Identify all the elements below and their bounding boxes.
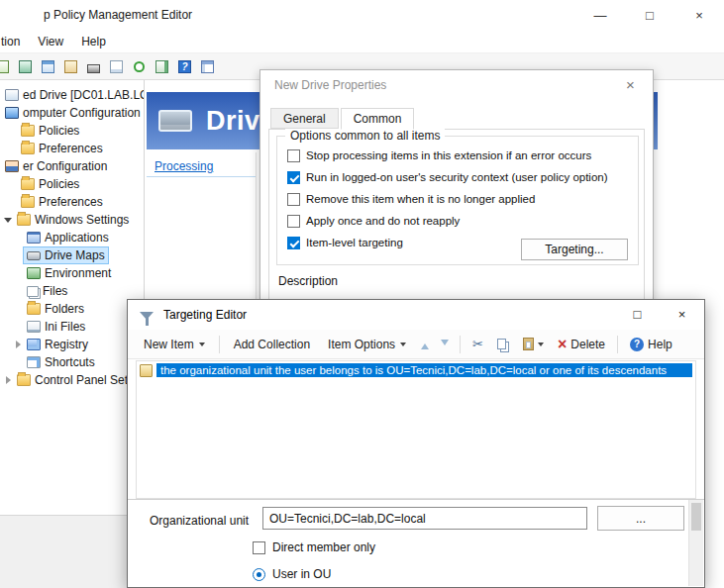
option-row-1[interactable]: Run in logged-on user's security context…: [287, 166, 628, 188]
tree-item-15-shortcuts[interactable]: Shortcuts: [0, 353, 144, 371]
window-maximize-button[interactable]: □: [625, 0, 674, 30]
new-drive-properties-dialog: New Drive Properties × GeneralCommon Opt…: [259, 69, 654, 300]
menu-bar: tionViewHelp: [0, 30, 724, 53]
tree-item-3-preferences[interactable]: Preferences: [0, 140, 144, 157]
export-icon[interactable]: [153, 57, 171, 75]
tree-item-2-policies[interactable]: Policies: [0, 122, 144, 140]
targeting-item-row[interactable]: the organizational unit the user belongs…: [137, 361, 695, 379]
arrow-spacer: [12, 321, 24, 333]
arrow-spacer: [12, 356, 24, 368]
tree-item-10-environment[interactable]: Environment: [0, 264, 144, 282]
browse-button[interactable]: ...: [597, 506, 684, 531]
window-minimize-button[interactable]: —: [575, 0, 625, 30]
move-up-button[interactable]: [416, 336, 434, 353]
close-icon[interactable]: ×: [660, 300, 704, 329]
column-underline: [147, 176, 256, 177]
refresh-icon[interactable]: [130, 57, 149, 75]
option-row-3[interactable]: Apply once and do not reapply: [287, 210, 628, 232]
menu-item-tion[interactable]: tion: [0, 30, 29, 52]
tree-item-5-policies[interactable]: Policies: [0, 175, 144, 193]
show-window-icon[interactable]: [16, 57, 35, 75]
targeting-item-text: the organizational unit the user belongs…: [156, 363, 692, 377]
tree-item-1-omputer-configuration[interactable]: omputer Configuration: [0, 104, 144, 122]
expanded-arrow-icon[interactable]: [2, 214, 14, 226]
checkbox-checked-icon[interactable]: [287, 171, 300, 184]
clipboard-icon[interactable]: [61, 57, 80, 75]
tree-item-13-ini-files[interactable]: Ini Files: [0, 318, 144, 336]
paste-icon: [523, 338, 534, 350]
drive-icon: [27, 251, 41, 260]
processing-link[interactable]: Processing: [155, 159, 213, 173]
window-title: p Policy Management Editor: [44, 8, 192, 22]
tree-item-0-ed-drive-dc01-lab-loca[interactable]: ed Drive [DC01.LAB.LOCA: [0, 86, 144, 104]
policy-icon: [5, 89, 19, 101]
radio-selected-icon[interactable]: [253, 568, 265, 581]
user-in-ou-radio-row[interactable]: User in OU: [253, 567, 331, 581]
tree-item-12-folders[interactable]: Folders: [0, 300, 144, 318]
help-icon[interactable]: [175, 57, 194, 75]
cut-button[interactable]: ✂: [466, 334, 489, 354]
export-list-icon[interactable]: [0, 57, 12, 75]
option-row-0[interactable]: Stop processing items in this extension …: [287, 145, 628, 166]
groupbox-label: Options common to all items: [285, 129, 445, 143]
computer-icon: [5, 107, 19, 119]
scissors-icon: ✂: [472, 338, 483, 350]
tab-general[interactable]: General: [270, 108, 339, 129]
arrow-up-icon: [421, 340, 429, 349]
scrollbar-thumb[interactable]: [691, 503, 701, 531]
tree-item-9-drive-maps[interactable]: Drive Maps: [0, 246, 144, 264]
organizational-unit-input[interactable]: [262, 507, 587, 530]
checkbox-icon[interactable]: [287, 215, 300, 228]
print-icon[interactable]: [84, 57, 103, 75]
option-label-2: Remove this item when it is no longer ap…: [306, 193, 535, 205]
option-row-2[interactable]: Remove this item when it is no longer ap…: [287, 188, 628, 210]
tree-item-14-registry[interactable]: Registry: [0, 336, 144, 353]
scrollbar[interactable]: [688, 500, 703, 586]
tab-common[interactable]: Common: [341, 108, 415, 130]
help-icon: ?: [630, 338, 644, 351]
copy-button[interactable]: [491, 335, 515, 353]
menu-item-help[interactable]: Help: [72, 30, 115, 52]
folder-icon: [21, 143, 35, 154]
targeting-button[interactable]: Targeting...: [521, 239, 628, 260]
app-icon: [27, 232, 41, 244]
collapsed-arrow-icon[interactable]: [2, 374, 14, 386]
tree-item-11-files[interactable]: Files: [0, 282, 144, 300]
add-collection-button[interactable]: Add Collection: [226, 334, 318, 355]
close-icon[interactable]: ×: [608, 70, 653, 99]
description-label: Description: [278, 274, 338, 288]
toolbar-separator: [219, 336, 220, 353]
window-close-button[interactable]: ×: [674, 0, 724, 30]
targeting-window-controls: □ ×: [615, 300, 704, 329]
column-divider: [256, 152, 257, 299]
folder-icon: [21, 125, 35, 137]
checkbox-icon[interactable]: [287, 149, 300, 162]
direct-member-checkbox-row[interactable]: Direct member only: [253, 540, 375, 554]
checkbox-icon[interactable]: [287, 193, 300, 206]
tree-item-6-preferences[interactable]: Preferences: [0, 193, 144, 211]
checkbox-checked-icon[interactable]: [287, 237, 300, 249]
tree-item-8-applications[interactable]: Applications: [0, 229, 144, 246]
tree-item-7-windows-settings[interactable]: Windows Settings: [0, 211, 144, 229]
console-tree-icon[interactable]: [39, 57, 57, 75]
menu-item-view[interactable]: View: [29, 30, 72, 52]
new-item-label: New Item: [144, 338, 194, 351]
checkbox-icon[interactable]: [253, 541, 265, 554]
help-button[interactable]: ? Help: [624, 334, 678, 355]
properties-icon[interactable]: [107, 57, 126, 75]
arrow-down-icon: [441, 340, 449, 349]
paste-button[interactable]: [517, 334, 550, 354]
screen: p Policy Management Editor —□× tionViewH…: [0, 0, 724, 588]
main-title-bar: p Policy Management Editor —□×: [0, 0, 724, 30]
collapsed-arrow-icon[interactable]: [12, 339, 24, 350]
icon-view-icon[interactable]: [198, 57, 217, 75]
arrow-spacer: [12, 267, 24, 279]
folder-icon: [21, 178, 35, 190]
new-item-button[interactable]: New Item: [136, 334, 213, 355]
move-down-button[interactable]: [436, 336, 454, 353]
tree-item-16-control-panel-sett[interactable]: Control Panel Sett: [0, 371, 144, 389]
maximize-icon[interactable]: □: [615, 300, 660, 329]
tree-item-4-er-configuration[interactable]: er Configuration: [0, 157, 144, 175]
item-options-button[interactable]: Item Options: [320, 334, 414, 355]
delete-button[interactable]: × Delete: [552, 334, 611, 355]
